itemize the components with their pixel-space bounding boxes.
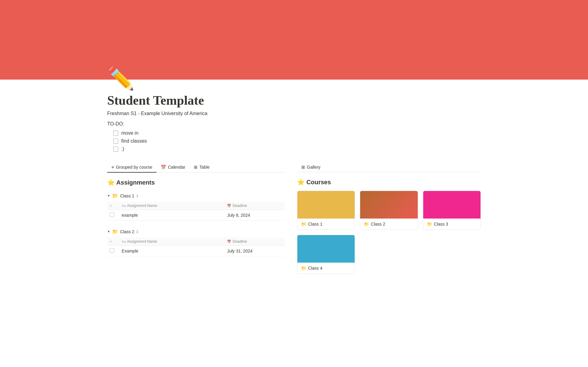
table-row: example July 8, 2024 xyxy=(107,210,285,221)
todo-checkbox-3[interactable] xyxy=(113,147,118,152)
tab-grouped-by-course[interactable]: ≡ Grouped by course xyxy=(107,162,156,173)
todo-list: move in find classes :) xyxy=(107,129,481,153)
assignments-section-header: ⭐ Assignments xyxy=(107,179,285,186)
group1-triangle-icon: ▼ xyxy=(107,194,110,197)
course4-name: Class 4 xyxy=(308,266,322,271)
course-card-cover-2 xyxy=(360,191,417,219)
row1-deadline-cell: July 8, 2024 xyxy=(224,210,285,221)
page-subtitle: Freshman S1 - Example University of Amer… xyxy=(107,111,481,116)
tab-gallery[interactable]: ⊞ Gallery xyxy=(297,162,325,172)
row1-checkbox[interactable] xyxy=(110,212,114,217)
left-panel: ≡ Grouped by course 📅 Calendar ⊞ Table ⭐… xyxy=(107,162,285,263)
row1-name-cell: example xyxy=(119,210,224,221)
th-deadline-1: 📅 Deadline xyxy=(224,202,285,210)
course-card-cover-4 xyxy=(297,235,355,263)
th-deadline-2: 📅 Deadline xyxy=(224,238,285,246)
page-content: ✏️ Student Template Freshman S1 - Exampl… xyxy=(80,67,508,292)
group2-folder-icon: 📁 xyxy=(112,229,118,234)
courses-title: ⭐ Courses xyxy=(297,178,331,186)
course-card-4[interactable]: 📁 Class 4 xyxy=(297,235,355,274)
course-card-footer-2: 📁 Class 2 xyxy=(360,219,417,230)
course1-folder-icon: 📁 xyxy=(301,222,306,227)
group-class2-header[interactable]: ▼ 📁 Class 2 1 xyxy=(107,227,285,236)
page-title: Student Template xyxy=(107,93,481,108)
group1-name: Class 1 xyxy=(120,193,134,198)
course-card-1[interactable]: 📁 Class 1 xyxy=(297,191,355,230)
todo-checkbox-2[interactable] xyxy=(113,139,118,144)
table-icon: ⊞ xyxy=(194,165,198,170)
row2-name-cell: Example xyxy=(119,246,224,257)
table-row: Example July 31, 2024 xyxy=(107,246,285,257)
row2-name: Example xyxy=(122,249,138,253)
group1-count: 1 xyxy=(136,193,138,198)
course-card-footer-1: 📁 Class 1 xyxy=(297,219,355,230)
course2-folder-icon: 📁 xyxy=(364,222,369,227)
course-card-cover-3 xyxy=(423,191,481,219)
tab-table-label: Table xyxy=(199,165,209,170)
gallery-tab-icon: ⊞ xyxy=(301,165,305,170)
th-deadline-icon-2: 📅 xyxy=(227,240,231,244)
row1-check-cell xyxy=(107,210,119,221)
th-name-label-1: Assignment Name xyxy=(127,204,157,208)
row2-check-cell xyxy=(107,246,119,257)
grouped-icon: ≡ xyxy=(111,165,114,170)
row1-deadline: July 8, 2024 xyxy=(227,213,250,218)
todo-item-1: move in xyxy=(107,129,481,137)
tab-table[interactable]: ⊞ Table xyxy=(190,162,214,173)
course-card-3[interactable]: 📁 Class 3 xyxy=(423,191,481,230)
tab-grouped-label: Grouped by course xyxy=(116,165,152,170)
gallery-tabs: ⊞ Gallery xyxy=(297,162,481,172)
course3-name: Class 3 xyxy=(434,222,448,227)
todo-item-2: find classes xyxy=(107,137,481,145)
page-icon: ✏️ xyxy=(107,67,481,89)
th-deadline-icon-1: 📅 xyxy=(227,204,231,208)
th-name-2: Aa Assignment Name xyxy=(119,238,224,246)
todo-item-3: :) xyxy=(107,145,481,153)
th-deadline-label-1: Deadline xyxy=(232,204,247,208)
todo-item-label-2: find classes xyxy=(121,138,147,144)
right-panel: ⊞ Gallery ⭐ Courses 📁 Class 1 xyxy=(297,162,481,274)
check-header-icon-1: ✓ xyxy=(110,204,112,208)
course4-folder-icon: 📁 xyxy=(301,266,306,271)
todo-checkbox-1[interactable] xyxy=(113,131,118,136)
check-header-icon-2: ✓ xyxy=(110,240,112,244)
assignments-title: ⭐ Assignments xyxy=(107,179,155,186)
course2-name: Class 2 xyxy=(371,222,385,227)
group2-triangle-icon: ▼ xyxy=(107,230,110,233)
th-deadline-label-2: Deadline xyxy=(232,239,247,244)
group2-name: Class 2 xyxy=(120,229,134,234)
gallery-tab-label: Gallery xyxy=(307,165,320,170)
main-layout: ≡ Grouped by course 📅 Calendar ⊞ Table ⭐… xyxy=(107,162,481,274)
group1-folder-icon: 📁 xyxy=(112,193,118,199)
todo-item-label-1: move in xyxy=(121,130,138,136)
calendar-icon: 📅 xyxy=(161,165,166,170)
course-card-footer-3: 📁 Class 3 xyxy=(423,219,481,230)
row2-deadline-cell: July 31, 2024 xyxy=(224,246,285,257)
course-card-2[interactable]: 📁 Class 2 xyxy=(360,191,418,230)
group2-count: 1 xyxy=(136,229,138,234)
todo-item-label-3: :) xyxy=(121,146,124,152)
row2-deadline: July 31, 2024 xyxy=(227,249,252,253)
courses-gallery-grid: 📁 Class 1 📁 Class 2 📁 xyxy=(297,191,481,274)
th-name-icon-2: Aa xyxy=(122,240,126,243)
row1-name: example xyxy=(122,213,138,218)
courses-section-header: ⭐ Courses xyxy=(297,178,481,186)
todo-label: TO-DO: xyxy=(107,121,481,127)
th-check-1: ✓ xyxy=(107,202,119,210)
course-card-footer-4: 📁 Class 4 xyxy=(297,263,355,274)
tab-calendar-label: Calendar xyxy=(168,165,185,170)
th-name-label-2: Assignment Name xyxy=(127,239,157,244)
group-class1-header[interactable]: ▼ 📁 Class 1 1 xyxy=(107,191,285,200)
row2-checkbox[interactable] xyxy=(110,248,114,253)
course1-name: Class 1 xyxy=(308,222,322,227)
th-name-1: Aa Assignment Name xyxy=(119,202,224,210)
th-name-icon-1: Aa xyxy=(122,204,126,208)
group2-table: ✓ Aa Assignment Name 📅 xyxy=(107,238,285,257)
group1-table: ✓ Aa Assignment Name 📅 xyxy=(107,202,285,221)
course-card-cover-1 xyxy=(297,191,355,219)
tab-calendar[interactable]: 📅 Calendar xyxy=(156,162,190,173)
assignments-tabs: ≡ Grouped by course 📅 Calendar ⊞ Table xyxy=(107,162,285,173)
course3-folder-icon: 📁 xyxy=(427,222,432,227)
th-check-2: ✓ xyxy=(107,238,119,246)
